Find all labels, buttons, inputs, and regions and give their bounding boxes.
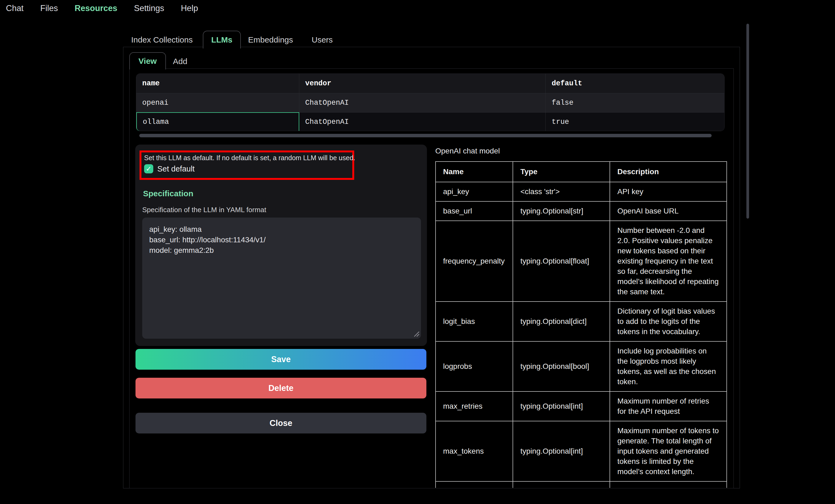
model-table-row-api-key: api_key<class 'str'>API key <box>435 182 727 202</box>
save-button[interactable]: Save <box>136 349 426 370</box>
model-table-cell-base-url-type: typing.Optional[str] <box>513 202 610 221</box>
model-table-cell-api-key-name: api_key <box>435 182 513 202</box>
model-table-cell-max-retries-name: max_retries <box>435 392 513 421</box>
llm-list-table: namevendordefaultopenaiChatOpenAIfalseol… <box>136 74 725 131</box>
model-panel-title: OpenAI chat model <box>435 147 500 155</box>
llm-table-cell-openai-default[interactable]: false <box>546 93 725 112</box>
model-table-cell-logprobs-name: logprobs <box>435 341 513 392</box>
llm-table-cell-openai-vendor[interactable]: ChatOpenAI <box>299 93 546 112</box>
tab-index-collections[interactable]: Index Collections <box>131 35 192 44</box>
subtab-view[interactable]: View <box>129 52 166 69</box>
llm-table-header-name: name <box>136 74 299 93</box>
llm-table-cell-ollama-default[interactable]: true <box>546 112 725 131</box>
model-table-cell-logprobs-type: typing.Optional[bool] <box>513 341 610 392</box>
model-table-row-frequency-penalty: frequency_penaltytyping.Optional[float]N… <box>435 221 727 301</box>
model-table-cell-max-tokens-type: typing.Optional[int] <box>513 421 610 481</box>
model-table-cell-logprobs-description: Include log probabilities on the logprob… <box>610 341 727 392</box>
nav-item-chat[interactable]: Chat <box>6 3 23 13</box>
model-table-header-type: Type <box>513 162 610 182</box>
set-default-checkbox[interactable]: ✓ <box>144 164 153 173</box>
model-table-cell-max-retries-type: typing.Optional[int] <box>513 392 610 421</box>
llm-table-cell-ollama-name[interactable]: ollama <box>136 112 299 131</box>
tab-embeddings[interactable]: Embeddings <box>248 35 293 44</box>
yaml-spec-textarea[interactable]: api_key: ollama base_url: http://localho… <box>142 217 421 339</box>
set-default-row: ✓ Set default <box>144 164 350 173</box>
nav-item-help[interactable]: Help <box>181 3 198 13</box>
checkmark-icon: ✓ <box>146 165 151 172</box>
specification-heading: Specification <box>143 189 194 198</box>
model-table-cell-api-key-type: <class 'str'> <box>513 182 610 202</box>
delete-button[interactable]: Delete <box>136 378 426 398</box>
model-table-cell-logit-bias-description: Dictionary of logit bias values to add t… <box>610 301 727 341</box>
tab-llms[interactable]: LLMs <box>203 31 241 48</box>
llm-table-cell-openai-name[interactable]: openai <box>136 93 299 112</box>
model-table-cell-max-tokens-description: Maximum number of tokens to generate. Th… <box>610 421 727 481</box>
top-nav: ChatFilesResourcesSettingsHelp <box>6 0 198 17</box>
nav-item-settings[interactable]: Settings <box>134 3 164 13</box>
model-table-cell-max-retries-description: Maximum number of retries for the API re… <box>610 392 727 421</box>
nav-item-resources[interactable]: Resources <box>75 3 118 13</box>
model-table-row-clipped <box>435 481 727 488</box>
model-table-cell-max-tokens-name: max_tokens <box>435 421 513 481</box>
model-table-cell-frequency-penalty-type: typing.Optional[float] <box>513 221 610 301</box>
model-table-cell-base-url-description: OpenAI base URL <box>610 202 727 221</box>
model-table-cell-frequency-penalty-description: Number between -2.0 and 2.0. Positive va… <box>610 221 727 301</box>
annotation-highlight-box: Set this LLM as default. If no default i… <box>140 150 354 180</box>
model-table-row-logprobs: logprobstyping.Optional[bool]Include log… <box>435 341 727 392</box>
model-table-cell-clipped <box>610 481 727 488</box>
model-schema-table: NameTypeDescription api_key<class 'str'>… <box>435 161 727 488</box>
llm-table-header-default: default <box>546 74 725 93</box>
close-button[interactable]: Close <box>136 413 426 434</box>
set-default-label: Set default <box>157 165 195 173</box>
specification-sublabel: Specification of the LLM in YAML format <box>142 206 266 214</box>
model-table-row-max-tokens: max_tokenstyping.Optional[int]Maximum nu… <box>435 421 727 481</box>
page-vertical-scrollbar[interactable] <box>746 24 749 218</box>
model-table-row-max-retries: max_retriestyping.Optional[int]Maximum n… <box>435 392 727 421</box>
set-default-help-text: Set this LLM as default. If no default i… <box>144 154 350 162</box>
subtab-add[interactable]: Add <box>173 57 187 66</box>
llm-table-header-vendor: vendor <box>299 74 546 93</box>
model-table-cell-frequency-penalty-name: frequency_penalty <box>435 221 513 301</box>
model-table-header-name: Name <box>435 162 513 182</box>
model-table-cell-logit-bias-name: logit_bias <box>435 301 513 341</box>
llm-table-horizontal-scrollbar[interactable] <box>139 134 712 137</box>
model-table-cell-clipped <box>435 481 513 488</box>
model-table-cell-clipped <box>513 481 610 488</box>
textarea-resize-grip[interactable] <box>413 330 420 337</box>
model-table-row-logit-bias: logit_biastyping.Optional[dict]Dictionar… <box>435 301 727 341</box>
model-table-cell-api-key-description: API key <box>610 182 727 202</box>
model-table-header-description: Description <box>610 162 727 182</box>
app-root: ChatFilesResourcesSettingsHelp Index Col… <box>0 0 835 504</box>
model-schema-table-container: NameTypeDescription api_key<class 'str'>… <box>435 161 727 488</box>
model-table-cell-logit-bias-type: typing.Optional[dict] <box>513 301 610 341</box>
nav-item-files[interactable]: Files <box>40 3 58 13</box>
tab-users[interactable]: Users <box>312 35 333 44</box>
model-table-cell-base-url-name: base_url <box>435 202 513 221</box>
llm-table-cell-ollama-vendor[interactable]: ChatOpenAI <box>299 112 546 131</box>
model-table-row-base-url: base_urltyping.Optional[str]OpenAI base … <box>435 202 727 221</box>
